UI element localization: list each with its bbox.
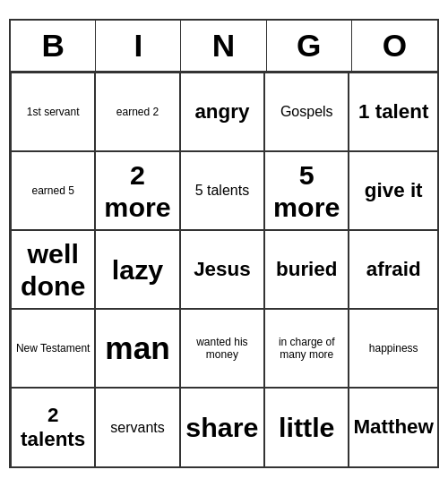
bingo-cell-12: Jesus: [180, 230, 264, 309]
cell-text-14: afraid: [366, 258, 421, 282]
header-letter-o: O: [352, 21, 437, 71]
cell-text-9: give it: [365, 179, 423, 203]
bingo-cell-13: buried: [264, 230, 349, 309]
cell-text-24: Matthew: [353, 415, 434, 440]
bingo-cell-16: man: [95, 309, 179, 388]
bingo-cell-17: wanted his money: [180, 309, 264, 388]
cell-text-15: New Testament: [16, 342, 90, 355]
bingo-cell-21: servants: [95, 388, 179, 466]
bingo-cell-23: little: [264, 388, 349, 466]
bingo-cell-4: 1 talent: [349, 73, 437, 151]
bingo-cell-15: New Testament: [11, 309, 95, 388]
bingo-cell-5: earned 5: [11, 151, 95, 230]
cell-text-7: 5 talents: [195, 182, 249, 199]
cell-text-6: 2 more: [99, 158, 175, 224]
bingo-cell-24: Matthew: [349, 388, 437, 466]
cell-text-13: buried: [276, 258, 337, 282]
bingo-cell-19: happiness: [349, 309, 437, 388]
cell-text-8: 5 more: [269, 158, 344, 224]
cell-text-23: little: [279, 411, 334, 443]
header-letter-i: I: [96, 21, 181, 71]
bingo-cell-3: Gospels: [264, 73, 349, 151]
bingo-grid: 1st servantearned 2angryGospels1 talente…: [11, 73, 437, 466]
cell-text-16: man: [105, 329, 169, 367]
cell-text-2: angry: [194, 100, 249, 124]
bingo-cell-6: 2 more: [95, 151, 179, 230]
bingo-cell-9: give it: [349, 151, 437, 230]
cell-text-19: happiness: [369, 342, 418, 355]
cell-text-3: Gospels: [280, 103, 333, 120]
cell-text-20: 2 talents: [15, 404, 90, 452]
bingo-cell-20: 2 talents: [11, 388, 95, 466]
cell-text-4: 1 talent: [358, 100, 428, 124]
bingo-cell-0: 1st servant: [11, 73, 95, 151]
bingo-cell-14: afraid: [349, 230, 437, 309]
header-letter-b: B: [11, 21, 96, 71]
bingo-cell-11: lazy: [95, 230, 179, 309]
cell-text-10: well done: [15, 237, 90, 303]
cell-text-17: wanted his money: [185, 336, 260, 362]
cell-text-0: 1st servant: [27, 106, 80, 118]
cell-text-21: servants: [110, 419, 164, 436]
cell-text-18: in charge of many more: [269, 336, 344, 362]
bingo-card: BINGO 1st servantearned 2angryGospels1 t…: [9, 19, 439, 468]
cell-text-11: lazy: [112, 253, 163, 286]
bingo-cell-2: angry: [180, 73, 264, 151]
bingo-cell-7: 5 talents: [180, 151, 264, 230]
cell-text-1: earned 2: [116, 106, 159, 118]
header-letter-g: G: [267, 21, 352, 71]
bingo-header: BINGO: [11, 21, 437, 73]
bingo-cell-8: 5 more: [264, 151, 349, 230]
bingo-cell-18: in charge of many more: [264, 309, 349, 388]
bingo-cell-22: share: [180, 388, 264, 466]
bingo-cell-10: well done: [11, 230, 95, 309]
header-letter-n: N: [181, 21, 266, 71]
cell-text-5: earned 5: [31, 184, 73, 197]
cell-text-12: Jesus: [194, 258, 251, 282]
bingo-cell-1: earned 2: [95, 73, 179, 151]
cell-text-22: share: [185, 411, 258, 443]
